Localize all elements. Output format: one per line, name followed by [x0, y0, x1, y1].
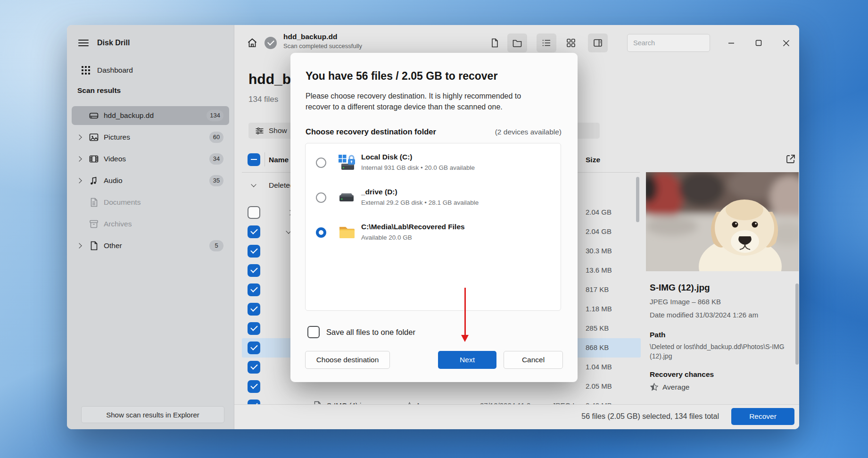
file-icon — [89, 241, 99, 251]
radio-button[interactable] — [316, 158, 326, 168]
folder-icon — [336, 222, 357, 243]
row-checkbox[interactable] — [248, 283, 260, 296]
file-size: 2.04 GB — [586, 208, 612, 216]
sidebar-item-videos[interactable]: Videos 34 — [72, 150, 229, 168]
sidebar-item-hdd-backup[interactable]: hdd_backup.dd 134 — [72, 106, 229, 125]
file-size: 285 KB — [586, 324, 609, 332]
videos-icon — [89, 154, 99, 164]
list-view-button[interactable] — [537, 33, 556, 52]
annotation-arrow-head — [461, 335, 469, 342]
list-view-icon — [541, 38, 552, 48]
chevron-right-icon[interactable] — [77, 157, 82, 161]
device-option-drive-d[interactable]: _drive (D:) External 29.2 GB disk • 28.1… — [306, 180, 561, 215]
preview-panel-toggle-button[interactable] — [588, 33, 608, 52]
file-size: 2.05 MB — [586, 382, 612, 390]
show-filter-button[interactable]: Show — [248, 123, 294, 139]
device-list: Local Disk (C:) Internal 931 GB disk • 2… — [305, 143, 561, 311]
device-name: Local Disk (C:) — [361, 153, 413, 161]
archive-icon — [89, 219, 99, 229]
device-details: Internal 931 GB disk • 20.0 GB available — [361, 164, 475, 171]
close-icon — [783, 40, 790, 47]
close-button[interactable] — [776, 33, 796, 52]
annotation-arrow-line — [464, 288, 466, 336]
sidebar-item-archives[interactable]: Archives — [72, 215, 229, 233]
minimize-button[interactable] — [721, 33, 742, 52]
sidebar-item-label: Other — [104, 241, 122, 250]
save-to-one-folder-option[interactable]: Save all files to one folder — [307, 326, 415, 338]
app-window: Disk Drill Dashboard Scan results hdd_ba… — [67, 25, 799, 429]
file-size: 817 KB — [586, 285, 609, 293]
preview-scrollbar[interactable] — [795, 283, 799, 365]
sidebar-item-documents[interactable]: Documents — [72, 193, 229, 212]
row-checkbox[interactable] — [248, 341, 260, 354]
radio-button-selected[interactable] — [316, 227, 326, 238]
row-checkbox[interactable] — [248, 206, 260, 219]
dialog-title: You have 56 files / 2.05 GB to recover — [306, 70, 497, 83]
radio-button[interactable] — [316, 192, 326, 203]
device-option-recovered-files-folder[interactable]: C:\Media\Lab\Recovered Files Available 2… — [306, 215, 561, 250]
status-bar: 56 files (2.05 GB) selected, 134 files t… — [234, 404, 799, 429]
show-scan-results-in-explorer-button[interactable]: Show scan results in Explorer — [81, 406, 224, 423]
grid-view-button[interactable] — [561, 33, 581, 52]
chevron-down-icon[interactable] — [251, 183, 256, 188]
selection-summary: 56 files (2.05 GB) selected, 134 files t… — [581, 412, 719, 421]
save-to-one-folder-checkbox[interactable] — [307, 326, 320, 338]
file-size: 2.04 GB — [586, 227, 612, 235]
row-checkbox[interactable] — [248, 303, 260, 316]
open-preview-button[interactable] — [785, 153, 796, 165]
size-column-header[interactable]: Size — [586, 156, 600, 164]
file-list-scrollbar[interactable] — [636, 177, 639, 222]
sidebar-nav: hdd_backup.dd 134 Pictures 60 Videos 34 — [67, 106, 234, 258]
home-button[interactable] — [245, 35, 260, 50]
audio-icon — [89, 175, 99, 186]
drive-icon — [89, 110, 99, 121]
preview-panel-icon — [593, 38, 603, 48]
choose-destination-button[interactable]: Choose destination — [305, 351, 390, 369]
select-all-checkbox[interactable] — [248, 153, 260, 166]
maximize-button[interactable] — [748, 33, 769, 52]
hamburger-menu-icon[interactable] — [78, 38, 89, 48]
file-count-badge: 60 — [209, 132, 223, 143]
scan-status-text: Scan completed successfully — [283, 42, 362, 50]
half-star-icon — [650, 383, 659, 391]
path-value: \Deleted or lost\hdd_backup.dd\Photos\S-… — [650, 342, 791, 361]
sidebar-item-other[interactable]: Other 5 — [72, 236, 229, 255]
app-title: Disk Drill — [97, 39, 130, 47]
row-checkbox[interactable] — [248, 225, 260, 238]
device-name: _drive (D:) — [361, 188, 397, 196]
file-view-button[interactable] — [485, 33, 504, 52]
show-filter-label: Show — [269, 126, 287, 135]
folder-view-button[interactable] — [507, 33, 527, 52]
recovery-chances-label: Recovery chances — [650, 370, 714, 379]
preview-filename: S-IMG (12).jpg — [650, 283, 710, 293]
row-checkbox[interactable] — [248, 380, 260, 393]
recover-button[interactable]: Recover — [731, 408, 794, 425]
sidebar-item-audio[interactable]: Audio 35 — [72, 171, 229, 190]
name-column-header[interactable]: Name — [269, 156, 289, 164]
row-checkbox[interactable] — [248, 322, 260, 335]
sidebar-item-label: Documents — [104, 198, 141, 207]
pictures-icon — [89, 132, 99, 142]
row-checkbox[interactable] — [248, 361, 260, 374]
recovery-chances-value: Average — [662, 383, 689, 391]
maximize-icon — [755, 40, 762, 46]
file-size: 1.18 MB — [586, 305, 612, 313]
device-option-local-disk-c[interactable]: Local Disk (C:) Internal 931 GB disk • 2… — [306, 145, 561, 180]
row-checkbox[interactable] — [248, 264, 260, 277]
preview-date-modified: Date modified 31/03/2024 1:26 am — [650, 311, 758, 319]
page-subtitle: 134 files — [248, 95, 278, 104]
row-checkbox[interactable] — [248, 245, 260, 258]
destination-section-label: Choose recovery destination folder — [306, 127, 436, 136]
preview-image[interactable] — [646, 172, 799, 271]
sidebar-item-pictures[interactable]: Pictures 60 — [72, 128, 229, 147]
search-input[interactable] — [628, 39, 724, 47]
chevron-right-icon[interactable] — [77, 178, 82, 183]
sidebar-item-dashboard[interactable]: Dashboard — [67, 62, 234, 79]
recovery-chances-value-row: Average — [650, 383, 689, 391]
chevron-right-icon[interactable] — [77, 243, 82, 248]
cancel-button[interactable]: Cancel — [504, 351, 563, 369]
save-to-one-folder-label: Save all files to one folder — [326, 328, 415, 337]
next-button[interactable]: Next — [438, 351, 496, 369]
chevron-right-icon[interactable] — [77, 135, 82, 140]
file-size: 30.3 MB — [586, 247, 612, 255]
